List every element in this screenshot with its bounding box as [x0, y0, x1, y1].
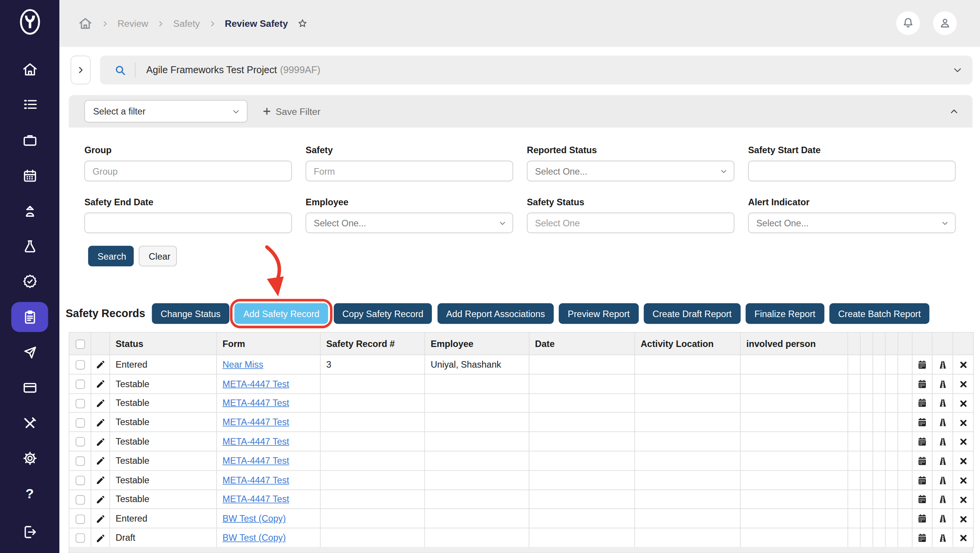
clear-button[interactable]: Clear	[139, 246, 177, 267]
sidebar-item-lab[interactable]	[0, 231, 59, 261]
sidebar-item-field-staff[interactable]	[0, 196, 59, 226]
breadcrumb-item-safety[interactable]: Safety	[173, 18, 200, 29]
search-button[interactable]: Search	[88, 246, 134, 267]
road-icon[interactable]	[937, 514, 948, 524]
calendar-icon[interactable]	[917, 379, 928, 389]
calendar-icon[interactable]	[917, 456, 928, 466]
delete-x-icon[interactable]	[959, 495, 968, 504]
delete-x-icon[interactable]	[959, 456, 968, 466]
form-link[interactable]: Near Miss	[222, 360, 263, 370]
change-status-button[interactable]: Change Status	[152, 303, 229, 324]
notifications-button[interactable]	[896, 11, 920, 35]
sidebar-item-list[interactable]	[0, 89, 59, 119]
road-icon[interactable]	[937, 436, 948, 447]
sidebar-item-settings[interactable]	[0, 443, 59, 473]
breadcrumb-item-review[interactable]: Review	[118, 18, 148, 29]
add-report-associations-button[interactable]: Add Report Associations	[438, 303, 554, 324]
edit-icon[interactable]	[95, 379, 105, 389]
sidebar-item-billing[interactable]	[0, 373, 59, 402]
road-icon[interactable]	[937, 417, 948, 428]
breadcrumb-home-icon[interactable]	[78, 16, 93, 31]
calendar-icon[interactable]	[917, 494, 928, 505]
delete-x-icon[interactable]	[959, 380, 968, 389]
create-batch-report-button[interactable]: Create Batch Report	[830, 303, 930, 324]
select-all-checkbox[interactable]	[75, 339, 85, 348]
row-checkbox[interactable]	[75, 476, 85, 485]
row-checkbox[interactable]	[75, 360, 85, 370]
safety-end-date-input[interactable]	[84, 213, 292, 233]
form-link[interactable]: META-4447 Test	[222, 437, 289, 447]
edit-icon[interactable]	[95, 475, 105, 485]
delete-x-icon[interactable]	[959, 476, 968, 485]
favorite-star-icon[interactable]	[297, 18, 308, 29]
reported-status-select[interactable]: Select One...	[527, 161, 734, 182]
group-input[interactable]	[84, 161, 292, 182]
save-filter-button[interactable]: Save Filter	[263, 106, 320, 117]
form-link[interactable]: META-4447 Test	[222, 494, 289, 504]
safety-status-input[interactable]	[527, 213, 734, 233]
edit-icon[interactable]	[95, 456, 105, 466]
safety-start-date-input[interactable]	[748, 161, 956, 182]
row-checkbox[interactable]	[75, 495, 85, 504]
delete-x-icon[interactable]	[959, 533, 968, 543]
delete-x-icon[interactable]	[959, 437, 968, 447]
copy-safety-record-button[interactable]: Copy Safety Record	[333, 303, 432, 324]
form-link[interactable]: BW Test (Copy)	[222, 514, 286, 524]
road-icon[interactable]	[937, 359, 948, 370]
sidebar-item-projects[interactable]	[0, 125, 59, 155]
calendar-icon[interactable]	[917, 417, 928, 428]
road-icon[interactable]	[937, 533, 948, 543]
edit-icon[interactable]	[95, 417, 105, 427]
sidebar-item-help[interactable]: ?	[0, 479, 59, 509]
add-safety-record-button[interactable]: Add Safety Record	[235, 303, 328, 324]
preview-report-button[interactable]: Preview Report	[559, 303, 639, 324]
calendar-icon[interactable]	[917, 436, 928, 447]
sidebar-item-schedule[interactable]	[0, 161, 59, 191]
delete-x-icon[interactable]	[959, 399, 968, 408]
sidebar-item-logout[interactable]	[0, 517, 59, 547]
row-checkbox[interactable]	[75, 533, 85, 543]
sidebar-item-home[interactable]	[0, 54, 59, 84]
edit-icon[interactable]	[95, 398, 105, 408]
saved-filter-select[interactable]: Select a filter	[84, 100, 247, 123]
edit-icon[interactable]	[95, 533, 105, 543]
alert-indicator-select[interactable]: Select One...	[748, 213, 956, 233]
road-icon[interactable]	[937, 456, 948, 466]
collapse-filters-button[interactable]	[949, 107, 959, 116]
calendar-icon[interactable]	[917, 533, 928, 543]
sidebar-item-safety-records[interactable]	[0, 302, 59, 332]
employee-select[interactable]: Select One...	[305, 213, 513, 233]
calendar-icon[interactable]	[917, 359, 928, 370]
road-icon[interactable]	[937, 494, 948, 505]
sidebar-item-quality[interactable]	[0, 267, 59, 296]
calendar-icon[interactable]	[917, 514, 928, 524]
road-icon[interactable]	[937, 379, 948, 389]
row-checkbox[interactable]	[75, 380, 85, 389]
account-button[interactable]	[933, 11, 957, 35]
form-link[interactable]: META-4447 Test	[222, 398, 289, 408]
road-icon[interactable]	[937, 398, 948, 409]
form-link[interactable]: META-4447 Test	[222, 379, 289, 389]
form-link[interactable]: META-4447 Test	[222, 475, 289, 485]
project-selector[interactable]: Agile Frameworks Test Project (9999AF)	[100, 56, 972, 84]
sidebar-item-dispatch[interactable]	[0, 337, 59, 367]
row-checkbox[interactable]	[75, 514, 85, 524]
row-checkbox[interactable]	[75, 399, 85, 408]
delete-x-icon[interactable]	[959, 360, 968, 370]
calendar-icon[interactable]	[917, 475, 928, 486]
edit-icon[interactable]	[95, 495, 105, 505]
create-draft-report-button[interactable]: Create Draft Report	[644, 303, 740, 324]
row-checkbox[interactable]	[75, 418, 85, 427]
row-checkbox[interactable]	[75, 456, 85, 466]
calendar-icon[interactable]	[917, 398, 928, 409]
row-checkbox[interactable]	[75, 437, 85, 447]
form-link[interactable]: BW Test (Copy)	[222, 533, 286, 543]
road-icon[interactable]	[937, 475, 948, 486]
form-link[interactable]: META-4447 Test	[222, 417, 289, 427]
sidebar-item-tools[interactable]	[0, 408, 59, 438]
delete-x-icon[interactable]	[959, 418, 968, 427]
edit-icon[interactable]	[95, 437, 105, 447]
form-link[interactable]: META-4447 Test	[222, 456, 289, 466]
expand-panel-button[interactable]	[70, 56, 90, 84]
edit-icon[interactable]	[95, 360, 105, 370]
